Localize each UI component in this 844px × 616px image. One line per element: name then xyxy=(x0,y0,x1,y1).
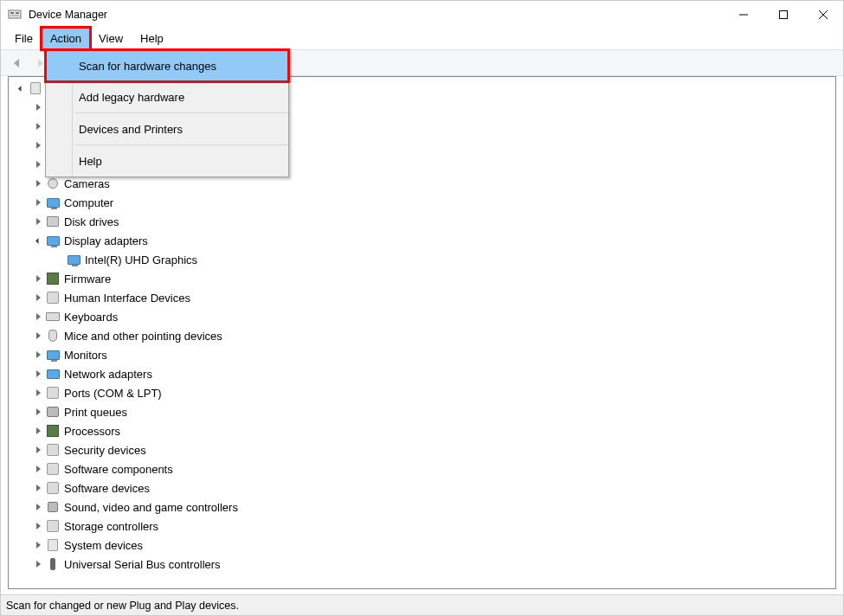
expander-icon xyxy=(52,253,66,266)
expander-icon[interactable] xyxy=(31,138,45,152)
tree-item-label: Ports (COM & LPT) xyxy=(64,387,162,400)
action-dropdown: Scan for hardware changes Add legacy har… xyxy=(45,49,289,177)
expander-icon[interactable] xyxy=(31,329,45,343)
generic-icon xyxy=(45,386,61,400)
back-button[interactable] xyxy=(6,53,27,74)
expander-icon[interactable] xyxy=(31,310,45,324)
expander-icon[interactable] xyxy=(31,405,45,419)
tree-item-label: Computer xyxy=(64,196,113,209)
tree-item-label: Print queues xyxy=(64,406,127,419)
menu-action[interactable]: Action xyxy=(42,28,90,49)
tree-item[interactable]: Print queues xyxy=(10,402,834,421)
expander-icon[interactable] xyxy=(14,81,28,95)
print-icon xyxy=(45,405,61,419)
disk-icon xyxy=(45,215,61,228)
tree-item-label: Intel(R) UHD Graphics xyxy=(85,253,197,266)
tree-item[interactable]: Keyboards xyxy=(10,307,834,326)
tree-item[interactable]: Network adapters xyxy=(10,364,834,383)
expander-icon[interactable] xyxy=(31,519,45,533)
tree-item-label: Software devices xyxy=(64,482,150,495)
net-icon xyxy=(45,367,61,381)
usb-icon xyxy=(45,557,61,571)
status-text: Scan for changed or new Plug and Play de… xyxy=(6,600,239,612)
tree-item[interactable]: Sound, video and game controllers xyxy=(10,497,834,517)
tree-item[interactable]: Universal Serial Bus controllers xyxy=(10,555,834,574)
generic-icon xyxy=(45,481,61,495)
generic-icon xyxy=(45,443,61,457)
chip-icon xyxy=(45,272,61,286)
expander-icon[interactable] xyxy=(31,481,45,495)
tree-item-label: Firmware xyxy=(64,273,111,286)
tree-item-label: Keyboards xyxy=(64,311,118,324)
expander-icon[interactable] xyxy=(31,557,45,571)
tree-item[interactable]: Display adapters xyxy=(10,231,834,250)
tree-item[interactable]: Monitors xyxy=(10,345,834,364)
tree-item[interactable]: Security devices xyxy=(10,440,834,459)
mouse-icon xyxy=(45,329,61,343)
expander-icon[interactable] xyxy=(31,176,45,190)
tree-item[interactable]: Ports (COM & LPT) xyxy=(10,383,834,402)
statusbar: Scan for changed or new Plug and Play de… xyxy=(1,594,843,615)
window-title: Device Manager xyxy=(29,9,107,21)
tree-item-label: Mice and other pointing devices xyxy=(64,330,222,343)
expander-icon[interactable] xyxy=(31,443,45,457)
expander-icon[interactable] xyxy=(31,386,45,400)
sound-icon xyxy=(45,500,61,514)
tree-item-label: Human Interface Devices xyxy=(64,292,190,305)
window-controls xyxy=(724,1,843,28)
tree-item[interactable]: Storage controllers xyxy=(10,517,834,536)
expander-icon[interactable] xyxy=(31,367,45,381)
expander-icon[interactable] xyxy=(31,462,45,476)
tree-item-label: Software components xyxy=(64,463,173,476)
tree-item[interactable]: Software components xyxy=(10,459,834,478)
generic-icon xyxy=(45,462,61,476)
tree-item[interactable]: Disk drives xyxy=(10,212,834,231)
expander-icon[interactable] xyxy=(31,538,45,552)
svg-rect-5 xyxy=(780,10,788,18)
expander-icon[interactable] xyxy=(31,215,45,228)
maximize-button[interactable] xyxy=(763,1,803,28)
expander-icon[interactable] xyxy=(31,234,45,247)
expander-icon[interactable] xyxy=(31,424,45,438)
menu-item-help[interactable]: Help xyxy=(46,145,288,176)
svg-rect-0 xyxy=(9,10,21,18)
generic-icon xyxy=(45,519,61,533)
tree-item[interactable]: System devices xyxy=(10,536,834,555)
expander-icon[interactable] xyxy=(31,291,45,305)
menu-item-scan-hardware[interactable]: Scan for hardware changes xyxy=(46,50,288,81)
tree-item[interactable]: Human Interface Devices xyxy=(10,288,834,307)
tree-item[interactable]: Mice and other pointing devices xyxy=(10,326,834,345)
tree-item-label: System devices xyxy=(64,539,143,552)
tree-item-label: Cameras xyxy=(64,177,110,190)
tree-item[interactable]: Firmware xyxy=(10,269,834,288)
tree-item[interactable]: Computer xyxy=(10,193,834,212)
tree-item-label: Security devices xyxy=(64,444,146,457)
menu-help[interactable]: Help xyxy=(132,28,172,49)
menu-view[interactable]: View xyxy=(90,28,132,49)
expander-icon[interactable] xyxy=(31,272,45,286)
monitor-icon xyxy=(45,348,61,362)
tree-item-label: Disk drives xyxy=(64,215,119,228)
tree-item[interactable]: Software devices xyxy=(10,478,834,497)
tree-item[interactable]: Intel(R) UHD Graphics xyxy=(10,250,834,269)
tree-item[interactable]: Processors xyxy=(10,421,834,440)
computer-icon xyxy=(28,81,43,95)
menu-item-devices-printers[interactable]: Devices and Printers xyxy=(46,113,288,144)
titlebar: Device Manager xyxy=(1,1,843,28)
menu-file[interactable]: File xyxy=(6,28,42,49)
close-button[interactable] xyxy=(803,1,843,28)
tree-item-label: Network adapters xyxy=(64,368,152,381)
expander-icon[interactable] xyxy=(31,157,45,171)
menu-item-add-legacy[interactable]: Add legacy hardware xyxy=(46,81,288,112)
svg-rect-1 xyxy=(10,12,14,14)
menubar: File Action View Help xyxy=(1,28,843,49)
expander-icon[interactable] xyxy=(31,196,45,209)
tree-item-label: Storage controllers xyxy=(64,520,158,533)
expander-icon[interactable] xyxy=(31,100,45,114)
tree-item-label: Monitors xyxy=(64,349,107,362)
minimize-button[interactable] xyxy=(724,1,763,28)
monitor-icon xyxy=(66,253,81,266)
expander-icon[interactable] xyxy=(31,348,45,362)
expander-icon[interactable] xyxy=(31,500,45,514)
expander-icon[interactable] xyxy=(31,119,45,133)
